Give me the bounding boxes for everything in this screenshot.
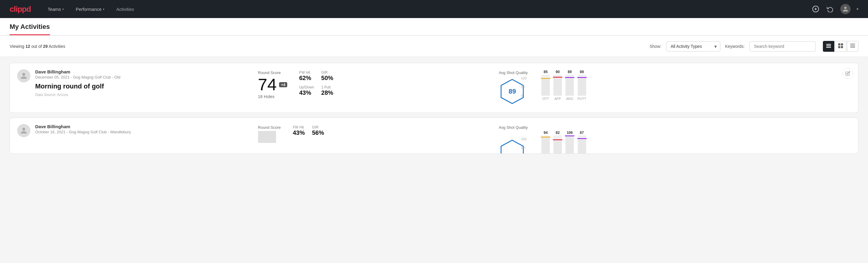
list-icon	[826, 43, 831, 49]
nav-right: ▾	[811, 4, 858, 14]
fw-hit-stat: FW Hit 43%	[292, 125, 305, 136]
round-title: Morning round of golf	[35, 83, 252, 90]
activity-card: Dave Billingham December 05, 2021 - Gog …	[10, 63, 858, 113]
svg-rect-12	[850, 46, 855, 47]
svg-rect-6	[838, 43, 840, 46]
bar-value: 87	[580, 130, 584, 135]
user-avatar[interactable]	[840, 4, 850, 14]
activity-type-select[interactable]: All Activity Types	[666, 41, 720, 52]
bar-chart: 85OTT90APP89ARG89PUTT	[541, 77, 586, 107]
edit-button[interactable]	[842, 68, 853, 79]
bar-marker	[541, 137, 550, 138]
stat-grid: FW Hit 62% GIR 50% Up/Down 43% 1 Putt 28…	[299, 70, 336, 96]
bar-label: ARG	[566, 97, 573, 100]
teams-chevron-icon: ▾	[62, 7, 64, 11]
svg-rect-4	[826, 46, 831, 46]
avatar	[17, 124, 30, 137]
svg-rect-13	[850, 47, 855, 48]
round-score-section: Round Score	[258, 125, 281, 143]
search-input[interactable]	[749, 41, 816, 52]
round-score-label: Round Score	[258, 70, 287, 75]
keywords-label: Keywords:	[725, 44, 745, 49]
viewing-total: 29	[43, 44, 48, 49]
activity-card: Dave Billingham October 16, 2021 - Gog M…	[10, 118, 858, 154]
avg-shot-quality-label: Avg Shot Quality	[499, 125, 528, 130]
svg-rect-8	[838, 46, 840, 48]
bar-fill	[541, 137, 550, 154]
bar-outer	[578, 136, 586, 154]
filter-bar: Viewing 12 out of 29 Activities Show: Al…	[0, 36, 868, 57]
bar-label: APP	[554, 97, 561, 100]
bar-outer	[553, 136, 562, 154]
svg-rect-11	[850, 45, 855, 46]
bar-fill	[565, 136, 574, 154]
bar-column: 90APP	[553, 70, 562, 100]
svg-marker-15	[501, 140, 523, 154]
player-name: Dave Billingham	[35, 124, 252, 129]
bar-label: PUTT	[578, 97, 586, 100]
score-badge: +4	[279, 82, 287, 87]
activity-type-select-wrapper: All Activity Types	[666, 41, 720, 52]
bar-value: 94	[544, 130, 548, 135]
bar-column: 87PUTT	[578, 130, 586, 154]
bar-column: 82APP	[553, 130, 562, 154]
activities-list: Dave Billingham December 05, 2021 - Gog …	[0, 57, 868, 165]
score-placeholder	[258, 131, 276, 143]
card-stats: Round Score FW Hit 43% GIR 56%	[258, 124, 493, 143]
bar-marker	[577, 138, 587, 139]
bar-outer	[541, 75, 550, 96]
round-score-value: 74 +4	[258, 76, 287, 93]
bar-column: 94OTT	[541, 130, 550, 154]
bar-marker	[565, 77, 575, 78]
user-chevron-icon[interactable]: ▾	[857, 7, 858, 11]
updown-stat: Up/Down 43%	[299, 85, 314, 96]
list-view-button[interactable]	[823, 41, 834, 52]
svg-rect-3	[826, 44, 831, 45]
avg-shot-quality-label: Avg Shot Quality	[499, 70, 528, 75]
bar-marker	[577, 77, 587, 78]
bar-outer	[565, 136, 574, 154]
bar-fill	[578, 138, 586, 154]
bar-outer	[565, 75, 574, 96]
gir-stat: GIR 50%	[321, 70, 336, 82]
bar-fill	[578, 77, 586, 96]
viewing-count: 12	[26, 44, 30, 49]
grid-icon	[838, 43, 843, 49]
sq-inner: 100 50 0 94OTT82APP106ARG87PUTT	[499, 137, 851, 154]
bar-chart-container: 100 50 0 85OTT90APP89ARG89PUTT	[531, 77, 586, 107]
bar-value: 82	[556, 130, 559, 135]
nav-performance[interactable]: Performance ▾	[71, 4, 109, 14]
card-stats: Round Score 74 +4 18 Holes FW Hit 62% GI…	[258, 69, 493, 99]
logo[interactable]: clippd	[10, 4, 31, 14]
bar-column: 89ARG	[565, 70, 574, 100]
holes-text: 18 Holes	[258, 94, 287, 99]
bar-value: 89	[580, 70, 584, 74]
card-left-section: Dave Billingham October 16, 2021 - Gog M…	[17, 124, 252, 137]
round-score-section: Round Score 74 +4 18 Holes	[258, 70, 287, 99]
bar-chart-container: 100 50 0 94OTT82APP106ARG87PUTT	[531, 137, 586, 154]
hex-score-value: 89	[508, 88, 516, 95]
bar-fill	[541, 78, 550, 96]
bar-column: 85OTT	[541, 70, 550, 100]
bar-chart: 94OTT82APP106ARG87PUTT	[541, 137, 586, 154]
page-title: My Activities	[10, 23, 50, 35]
player-name: Dave Billingham	[35, 69, 252, 74]
card-info: Dave Billingham October 16, 2021 - Gog M…	[35, 124, 252, 137]
navbar: clippd Teams ▾ Performance ▾ Activities	[0, 0, 868, 18]
bar-value: 106	[567, 130, 572, 135]
chart-y-labels: 100 50 0	[521, 137, 526, 154]
nav-activities[interactable]: Activities	[112, 4, 139, 14]
refresh-icon[interactable]	[826, 5, 834, 13]
bar-marker	[565, 136, 575, 136]
avatar	[17, 69, 30, 83]
show-label: Show:	[650, 44, 661, 49]
compact-view-button[interactable]	[847, 41, 858, 52]
bar-outer	[578, 75, 586, 96]
gir-stat: GIR 56%	[312, 125, 324, 136]
add-icon[interactable]	[811, 5, 820, 13]
bar-marker	[553, 77, 562, 78]
page-header: My Activities	[0, 18, 868, 35]
nav-teams[interactable]: Teams ▾	[43, 4, 69, 14]
svg-rect-9	[841, 46, 843, 48]
grid-view-button[interactable]	[835, 41, 846, 52]
